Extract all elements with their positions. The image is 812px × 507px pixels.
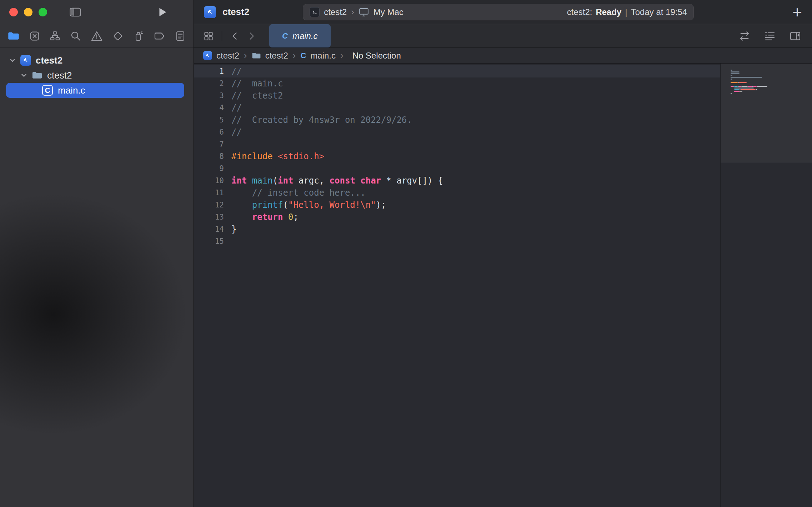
toggle-sidebar-button[interactable] [69,7,81,17]
code-line[interactable]: 13 return 0; [194,211,720,223]
sidebar-header [0,0,194,24]
tree-item-label: ctest2 [47,70,72,81]
line-number[interactable]: 7 [194,138,224,150]
folder-icon [252,52,261,60]
main-area: ctest2 ctest2 › My Mac ctest2: Ready | T… [194,0,812,507]
find-navigator-button[interactable] [70,30,81,42]
activity-status-bar: ctest2 › My Mac ctest2: Ready | Today at… [303,4,694,20]
code-text: #include <stdio.h> [224,150,324,162]
tab-bar-left-controls [194,31,256,41]
code-line[interactable]: 6// [194,126,720,138]
code-review-button[interactable] [738,31,751,41]
chevron-down-icon[interactable] [20,71,28,79]
line-number[interactable]: 9 [194,162,224,175]
code-line[interactable]: 12 printf("Hello, World!\n"); [194,199,720,211]
project-icon [20,55,31,66]
scheme-icon[interactable] [310,7,320,17]
text-lines-icon [764,31,776,41]
minimize-window-button[interactable] [24,8,32,16]
report-navigator-button[interactable] [175,30,186,42]
code-line[interactable]: 15 [194,235,720,247]
code-line[interactable]: 7 [194,138,720,150]
tab-overview-button[interactable] [203,31,214,41]
chevron-separator: › [351,6,354,17]
code-line[interactable]: 3// ctest2 [194,90,720,102]
project-navigator-button[interactable] [7,31,20,41]
zoom-window-button[interactable] [39,8,47,16]
code-line[interactable]: 14} [194,223,720,235]
chevron-down-icon[interactable] [9,56,16,64]
code-text: // [224,102,242,114]
code-line[interactable]: 11 // insert code here... [194,187,720,199]
issue-navigator-button[interactable] [91,30,103,42]
code-text: // main.c [224,77,283,90]
tab-main-c[interactable]: C main.c [269,24,331,47]
breadcrumb-selection[interactable]: No Selection [352,51,401,61]
chevron-separator: › [340,50,344,61]
code-line[interactable]: 4// [194,102,720,114]
code-line[interactable]: 2// main.c [194,77,720,90]
navigator-sidebar: ctest2 ctest2 C main.c [0,0,194,507]
add-tab-button[interactable]: + [792,4,802,20]
go-back-button[interactable] [230,31,239,41]
line-number[interactable]: 10 [194,175,224,187]
add-editor-button[interactable] [789,31,801,41]
search-icon [70,30,81,42]
line-number[interactable]: 4 [194,102,224,114]
run-button[interactable] [158,7,168,17]
line-number[interactable]: 15 [194,235,224,247]
document-list-icon [175,30,186,42]
minimap[interactable] [720,64,812,507]
c-file-icon: C [300,51,306,60]
tree-item-ctest2-group[interactable]: ctest2 [0,68,194,83]
tree-item-label: ctest2 [36,55,62,66]
compare-arrows-icon [738,31,751,41]
line-number[interactable]: 5 [194,114,224,126]
divider [222,31,222,41]
diamond-icon [112,30,124,42]
code-line[interactable]: 10int main(int argc, const char * argv[]… [194,175,720,187]
line-number[interactable]: 8 [194,150,224,162]
code-line[interactable]: 9 [194,162,720,175]
tree-item-label: main.c [58,85,85,96]
line-number[interactable]: 12 [194,199,224,211]
debug-navigator-button[interactable] [132,30,144,42]
breadcrumb-project[interactable]: ctest2 [216,51,239,61]
code-text: int main(int argc, const char * argv[]) … [224,175,443,187]
my-mac-icon [359,7,369,17]
source-editor[interactable]: 1//2// main.c3// ctest24//5// Created by… [194,64,720,507]
status-project: ctest2: [567,7,592,17]
editor-controls [738,31,812,41]
line-number[interactable]: 14 [194,223,224,235]
line-number[interactable]: 11 [194,187,224,199]
breadcrumb-group[interactable]: ctest2 [265,51,288,61]
code-text [224,138,231,150]
test-navigator-button[interactable] [112,30,124,42]
adjust-editor-options-button[interactable] [764,31,776,41]
symbol-navigator-button[interactable] [49,30,61,42]
breadcrumb-file[interactable]: main.c [310,51,336,61]
project-icon [203,51,212,60]
minimap-code [731,69,767,96]
code-line[interactable]: 5// Created by 4nsw3r on 2022/9/26. [194,114,720,126]
go-forward-button[interactable] [247,31,256,41]
code-text: // ctest2 [224,90,283,102]
line-number[interactable]: 3 [194,90,224,102]
line-number[interactable]: 1 [194,65,224,77]
code-line[interactable]: 8#include <stdio.h> [194,150,720,162]
breakpoint-tag-icon [153,31,165,41]
source-control-navigator-button[interactable] [29,30,40,42]
status-separator: | [625,7,627,17]
tree-item-ctest2-project[interactable]: ctest2 [0,53,194,68]
code-line[interactable]: 1// [194,65,720,77]
breakpoint-navigator-button[interactable] [153,31,165,41]
run-destination[interactable]: My Mac [374,7,404,17]
line-number[interactable]: 2 [194,77,224,90]
scheme-name[interactable]: ctest2 [324,7,347,17]
selection-highlight [6,83,184,98]
line-number[interactable]: 6 [194,126,224,138]
line-number[interactable]: 13 [194,211,224,223]
close-window-button[interactable] [9,8,18,16]
sidebar-toggle-icon [69,7,81,17]
tree-item-main-c[interactable]: C main.c [0,83,194,98]
